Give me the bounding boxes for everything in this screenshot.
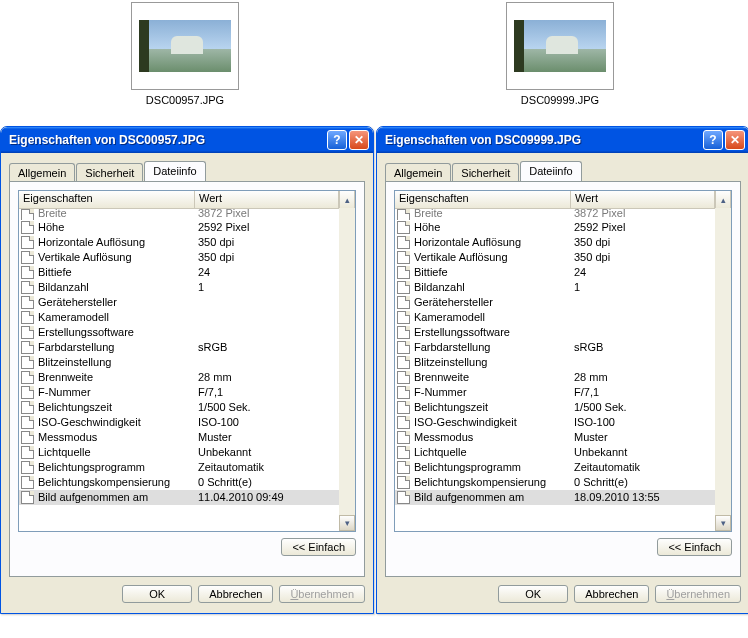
- table-row[interactable]: LichtquelleUnbekannt: [395, 445, 715, 460]
- list-body: Breite3872 PixelHöhe2592 PixelHorizontal…: [395, 208, 715, 531]
- property-name: Lichtquelle: [414, 445, 574, 460]
- table-row[interactable]: Blitzeinstellung: [395, 355, 715, 370]
- close-button[interactable]: ✕: [349, 130, 369, 150]
- table-row[interactable]: Belichtungskompensierung0 Schritt(e): [395, 475, 715, 490]
- tab-allgemein[interactable]: Allgemein: [9, 163, 75, 182]
- table-row[interactable]: Bittiefe24: [395, 265, 715, 280]
- property-value: 350 dpi: [574, 250, 715, 265]
- table-row[interactable]: Vertikale Auflösung350 dpi: [19, 250, 339, 265]
- property-name: Messmodus: [38, 430, 198, 445]
- close-button[interactable]: ✕: [725, 130, 745, 150]
- property-list[interactable]: Eigenschaften Wert ▴ Breite3872 PixelHöh…: [394, 190, 732, 532]
- cancel-button[interactable]: Abbrechen: [574, 585, 649, 603]
- property-value: [574, 325, 715, 340]
- tab-dateiinfo[interactable]: Dateiinfo: [144, 161, 205, 181]
- col-header-prop[interactable]: Eigenschaften: [395, 191, 571, 208]
- table-row[interactable]: Bild aufgenommen am18.09.2010 13:55: [395, 490, 715, 505]
- property-name: Blitzeinstellung: [38, 355, 198, 370]
- scroll-up-header-icon[interactable]: ▴: [339, 191, 355, 208]
- table-row[interactable]: Bittiefe24: [19, 265, 339, 280]
- tab-sicherheit[interactable]: Sicherheit: [452, 163, 519, 182]
- table-row[interactable]: Kameramodell: [395, 310, 715, 325]
- property-value: sRGB: [574, 340, 715, 355]
- table-row[interactable]: MessmodusMuster: [395, 430, 715, 445]
- table-row[interactable]: Blitzeinstellung: [19, 355, 339, 370]
- file-thumbnail[interactable]: DSC09999.JPG: [500, 2, 620, 106]
- table-row[interactable]: Höhe2592 Pixel: [19, 220, 339, 235]
- document-icon: [397, 266, 410, 279]
- table-row[interactable]: Bild aufgenommen am11.04.2010 09:49: [19, 490, 339, 505]
- scroll-down-icon[interactable]: ▾: [715, 515, 731, 531]
- scroll-up-header-icon[interactable]: ▴: [715, 191, 731, 208]
- document-icon: [21, 209, 34, 220]
- scroll-down-icon[interactable]: ▾: [339, 515, 355, 531]
- table-row[interactable]: BelichtungsprogrammZeitautomatik: [19, 460, 339, 475]
- tab-allgemein[interactable]: Allgemein: [385, 163, 451, 182]
- table-row[interactable]: Erstellungssoftware: [395, 325, 715, 340]
- table-row[interactable]: Erstellungssoftware: [19, 325, 339, 340]
- file-thumbnail[interactable]: DSC00957.JPG: [125, 2, 245, 106]
- tab-sicherheit[interactable]: Sicherheit: [76, 163, 143, 182]
- table-row[interactable]: Horizontale Auflösung350 dpi: [395, 235, 715, 250]
- list-header[interactable]: Eigenschaften Wert ▴: [19, 191, 355, 209]
- document-icon: [21, 461, 34, 474]
- table-row[interactable]: BelichtungsprogrammZeitautomatik: [395, 460, 715, 475]
- simple-button[interactable]: << Einfach: [281, 538, 356, 556]
- table-row[interactable]: Belichtungszeit1/500 Sek.: [19, 400, 339, 415]
- tab-dateiinfo[interactable]: Dateiinfo: [520, 161, 581, 181]
- titlebar[interactable]: Eigenschaften von DSC00957.JPG ? ✕: [1, 127, 373, 153]
- document-icon: [21, 326, 34, 339]
- table-row[interactable]: FarbdarstellungsRGB: [395, 340, 715, 355]
- help-button[interactable]: ?: [703, 130, 723, 150]
- table-row[interactable]: F-NummerF/7,1: [19, 385, 339, 400]
- tabs-row: Allgemein Sicherheit Dateiinfo: [377, 153, 748, 181]
- table-row[interactable]: LichtquelleUnbekannt: [19, 445, 339, 460]
- col-header-val[interactable]: Wert: [195, 191, 339, 208]
- col-header-prop[interactable]: Eigenschaften: [19, 191, 195, 208]
- property-name: Breite: [414, 208, 574, 220]
- property-value: 24: [198, 265, 339, 280]
- table-row[interactable]: Kameramodell: [19, 310, 339, 325]
- list-header[interactable]: Eigenschaften Wert ▴: [395, 191, 731, 209]
- table-row[interactable]: Höhe2592 Pixel: [395, 220, 715, 235]
- table-row[interactable]: ISO-GeschwindigkeitISO-100: [19, 415, 339, 430]
- apply-button[interactable]: Übernehmen: [279, 585, 365, 603]
- table-row[interactable]: Belichtungskompensierung0 Schritt(e): [19, 475, 339, 490]
- table-row[interactable]: MessmodusMuster: [19, 430, 339, 445]
- property-name: Kameramodell: [414, 310, 574, 325]
- table-row[interactable]: Gerätehersteller: [19, 295, 339, 310]
- thumbnail-filename: DSC00957.JPG: [125, 94, 245, 106]
- table-row[interactable]: Vertikale Auflösung350 dpi: [395, 250, 715, 265]
- table-row[interactable]: Brennweite28 mm: [19, 370, 339, 385]
- property-name: Kameramodell: [38, 310, 198, 325]
- table-row[interactable]: ISO-GeschwindigkeitISO-100: [395, 415, 715, 430]
- table-row[interactable]: Bildanzahl1: [395, 280, 715, 295]
- table-row[interactable]: Brennweite28 mm: [395, 370, 715, 385]
- table-row[interactable]: Belichtungszeit1/500 Sek.: [395, 400, 715, 415]
- table-row[interactable]: Breite3872 Pixel: [19, 208, 339, 220]
- property-name: Bildanzahl: [414, 280, 574, 295]
- simple-button[interactable]: << Einfach: [657, 538, 732, 556]
- property-name: Bittiefe: [414, 265, 574, 280]
- table-row[interactable]: FarbdarstellungsRGB: [19, 340, 339, 355]
- property-value: Zeitautomatik: [574, 460, 715, 475]
- table-row[interactable]: Horizontale Auflösung350 dpi: [19, 235, 339, 250]
- col-header-val[interactable]: Wert: [571, 191, 715, 208]
- table-row[interactable]: Breite3872 Pixel: [395, 208, 715, 220]
- scrollbar-vertical[interactable]: ▾: [715, 208, 731, 531]
- property-list[interactable]: Eigenschaften Wert ▴ Breite3872 PixelHöh…: [18, 190, 356, 532]
- ok-button[interactable]: OK: [498, 585, 568, 603]
- property-name: Bildanzahl: [38, 280, 198, 295]
- cancel-button[interactable]: Abbrechen: [198, 585, 273, 603]
- table-row[interactable]: F-NummerF/7,1: [395, 385, 715, 400]
- table-row[interactable]: Bildanzahl1: [19, 280, 339, 295]
- property-name: Blitzeinstellung: [414, 355, 574, 370]
- ok-button[interactable]: OK: [122, 585, 192, 603]
- help-button[interactable]: ?: [327, 130, 347, 150]
- titlebar[interactable]: Eigenschaften von DSC09999.JPG ? ✕: [377, 127, 748, 153]
- property-value: F/7,1: [198, 385, 339, 400]
- scrollbar-vertical[interactable]: ▾: [339, 208, 355, 531]
- table-row[interactable]: Gerätehersteller: [395, 295, 715, 310]
- apply-button[interactable]: Übernehmen: [655, 585, 741, 603]
- document-icon: [397, 296, 410, 309]
